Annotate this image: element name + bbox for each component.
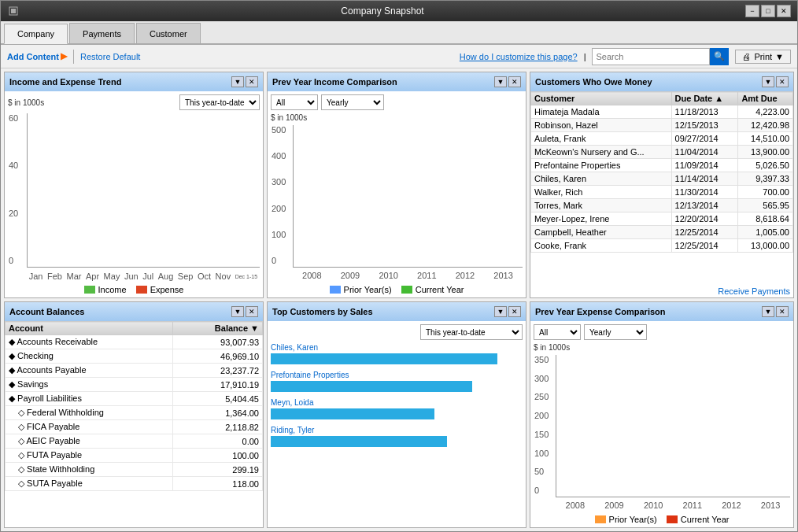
maximize-button[interactable]: □: [761, 5, 775, 17]
customer-row: Prefontaine Properties11/09/20145,026.50: [531, 159, 793, 172]
account-row: ◆ Checking46,969.10: [6, 349, 263, 364]
customer-bar-label[interactable]: Chiles, Karen: [271, 343, 523, 352]
top-customers-collapse[interactable]: ▼: [494, 306, 507, 317]
customer-bar-item: Meyn, Loida: [271, 398, 523, 419]
tab-bar: Company Payments Customer: [1, 21, 797, 45]
prev-income-header: Prev Year Income Comparison ▼ ✕: [268, 72, 526, 91]
income-expense-panel: Income and Expense Trend ▼ ✕ $ in 1000s …: [4, 72, 264, 298]
income-expense-body: $ in 1000s This year-to-date 60 40 20 0: [5, 91, 263, 297]
customers-table-scroll[interactable]: Customer Due Date ▲ Amt Due Himateja Mad…: [530, 91, 793, 285]
prev-expense-bars: [556, 355, 790, 497]
col-balance[interactable]: Balance ▼: [172, 322, 262, 335]
customer-bar-label[interactable]: Riding, Tyler: [271, 426, 523, 434]
account-balances-panel: Account Balances ▼ ✕ Account Balance ▼: [4, 301, 264, 528]
prev-expense-collapse[interactable]: ▼: [762, 306, 774, 317]
receive-payments-link[interactable]: Receive Payments: [530, 285, 793, 297]
customer-bar-item: Prefontaine Properties: [271, 371, 523, 392]
title-bar: Company Snapshot − □ ✕: [1, 1, 797, 21]
customer-row: Robinson, Hazel12/15/201312,420.98: [531, 119, 793, 132]
top-customers-period[interactable]: This year-to-date: [420, 324, 523, 340]
customer-bar: [271, 408, 434, 419]
account-collapse[interactable]: ▼: [231, 306, 244, 317]
col-account[interactable]: Account: [6, 322, 173, 335]
add-content-arrow: ▶: [61, 51, 67, 61]
account-row: ◇ Federal Withholding1,364.00: [6, 406, 263, 420]
account-row: ◆ Payroll Liabilities5,404.45: [6, 392, 263, 406]
account-table: Account Balance ▼ ◆ Accounts Receivable9…: [5, 321, 263, 491]
expense-legend: Expense: [136, 285, 184, 294]
tab-customer[interactable]: Customer: [136, 23, 201, 43]
account-row: ◇ FICA Payable2,118.82: [6, 420, 263, 434]
customer-row: Walker, Rich11/30/2014700.00: [531, 186, 793, 199]
account-row: ◇ AEIC Payable0.00: [6, 434, 263, 449]
print-button[interactable]: 🖨 Print ▼: [735, 50, 791, 64]
current-exp-legend: Current Year: [667, 515, 730, 524]
prev-income-filter2[interactable]: Yearly: [321, 94, 384, 110]
add-content-button[interactable]: Add Content ▶: [7, 51, 67, 61]
customer-bar-label[interactable]: Meyn, Loida: [271, 398, 523, 407]
customers-owe-close[interactable]: ✕: [776, 76, 789, 87]
panel-close-button[interactable]: ✕: [246, 76, 258, 87]
prior-exp-legend: Prior Year(s): [595, 515, 657, 524]
customer-row: Cooke, Frank12/25/201413,000.00: [531, 239, 793, 253]
tab-payments[interactable]: Payments: [69, 23, 135, 43]
period-select[interactable]: This year-to-date: [179, 94, 260, 110]
prev-income-x-labels: 200820092010201120122013: [293, 268, 523, 283]
svg-rect-1: [11, 9, 16, 13]
prev-income-bars: [294, 125, 523, 267]
customize-link[interactable]: How do I customize this page?: [460, 52, 578, 61]
customer-bar: [271, 436, 447, 447]
account-table-scroll[interactable]: Account Balance ▼ ◆ Accounts Receivable9…: [5, 321, 263, 527]
customers-owe-collapse[interactable]: ▼: [762, 76, 774, 87]
prev-income-collapse[interactable]: ▼: [494, 76, 507, 87]
prev-expense-legend: Prior Year(s) Current Year: [534, 515, 790, 524]
prior-exp-legend-color: [595, 515, 606, 523]
customer-row: Campbell, Heather12/25/20141,005.00: [531, 226, 793, 239]
account-balances-header: Account Balances ▼ ✕: [5, 302, 263, 321]
prev-income-filters: All Yearly: [271, 94, 523, 110]
prev-income-title: Prev Year Income Comparison: [272, 77, 397, 87]
prev-income-filter1[interactable]: All: [271, 94, 318, 110]
customer-row: Auleta, Frank09/27/201414,510.00: [531, 132, 793, 146]
expense-legend-color: [136, 286, 147, 294]
close-button[interactable]: ✕: [777, 5, 791, 17]
tab-company[interactable]: Company: [4, 24, 68, 44]
account-balances-body: Account Balance ▼ ◆ Accounts Receivable9…: [5, 321, 263, 527]
top-customers-controls: This year-to-date: [271, 324, 523, 340]
prev-expense-y-label: $ in 1000s: [534, 343, 790, 352]
account-close[interactable]: ✕: [246, 306, 258, 317]
customers-owe-header: Customers Who Owe Money ▼ ✕: [530, 72, 793, 91]
restore-default-link[interactable]: Restore Default: [80, 52, 140, 61]
add-content-label: Add Content: [7, 52, 59, 61]
customers-owe-panel: Customers Who Owe Money ▼ ✕ Customer Due…: [530, 72, 794, 298]
account-row: ◆ Accounts Receivable93,007.93: [6, 335, 263, 349]
account-row: ◆ Accounts Payable23,237.72: [6, 364, 263, 378]
prev-expense-filter1[interactable]: All: [534, 324, 581, 340]
col-amt-due[interactable]: Amt Due: [738, 92, 793, 105]
col-customer[interactable]: Customer: [531, 92, 672, 105]
customer-row: Torres, Mark12/13/2014565.95: [531, 199, 793, 212]
prev-income-close[interactable]: ✕: [508, 76, 521, 87]
prev-expense-filter2[interactable]: Yearly: [584, 324, 647, 340]
income-expense-title: Income and Expense Trend: [9, 77, 121, 87]
bars-container: [28, 113, 260, 267]
income-expense-header: Income and Expense Trend ▼ ✕: [5, 72, 263, 91]
top-customers-close[interactable]: ✕: [508, 306, 521, 317]
search-button[interactable]: 🔍: [710, 48, 729, 65]
prev-expense-panel: Prev Year Expense Comparison ▼ ✕ All Yea…: [530, 301, 794, 528]
current-legend: Current Year: [401, 285, 464, 294]
prev-expense-body: All Yearly $ in 1000s 350 300 250 200: [530, 321, 793, 527]
customer-bar-label[interactable]: Prefontaine Properties: [271, 371, 523, 379]
prior-legend-color: [330, 286, 341, 294]
col-due-date[interactable]: Due Date ▲: [671, 92, 738, 105]
search-input[interactable]: [592, 48, 710, 65]
minimize-button[interactable]: −: [745, 5, 759, 17]
prev-expense-close[interactable]: ✕: [776, 306, 789, 317]
main-content: Income and Expense Trend ▼ ✕ $ in 1000s …: [1, 68, 797, 531]
prev-income-panel: Prev Year Income Comparison ▼ ✕ All Year…: [267, 72, 526, 298]
printer-icon: 🖨: [742, 52, 751, 61]
top-customers-title: Top Customers by Sales: [272, 307, 373, 316]
customer-bar-item: Riding, Tyler: [271, 426, 523, 447]
panel-collapse-button[interactable]: ▼: [231, 76, 244, 87]
account-row: ◇ State Withholding299.19: [6, 463, 263, 477]
